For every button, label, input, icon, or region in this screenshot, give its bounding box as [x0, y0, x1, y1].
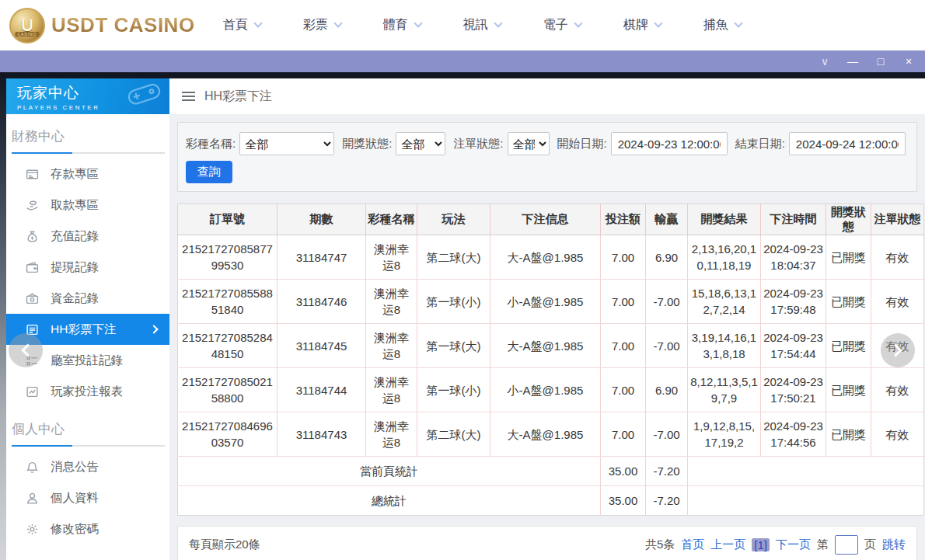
scroll-right-button[interactable]: [881, 333, 915, 367]
table-cell: 31184745: [278, 324, 366, 368]
sidebar-item[interactable]: 消息公告: [6, 451, 169, 482]
sidebar-item-label: 提現記錄: [51, 259, 99, 276]
sidebar-item[interactable]: 玩家投注報表: [6, 376, 169, 407]
sidebar-section-title: 代理中心: [6, 544, 169, 560]
search-button[interactable]: 查詢: [186, 161, 232, 183]
table-cell: 第二球(大): [417, 235, 490, 280]
sidebar-item-label: HH彩票下注: [51, 322, 116, 338]
bell-icon: [26, 461, 39, 474]
window-minimize-icon[interactable]: —: [844, 53, 861, 70]
nav-item[interactable]: 彩票: [303, 17, 341, 33]
column-header: 下注時間: [761, 204, 826, 235]
window-close-icon[interactable]: ×: [900, 53, 917, 70]
top-header: U CASINO USDT CASINO 首頁彩票體育視訊電子棋牌捕魚: [0, 0, 925, 50]
person-icon: [26, 492, 39, 505]
nav-item[interactable]: 體育: [383, 17, 421, 33]
summary-empty-cell: [688, 457, 924, 486]
current-page-badge: [1]: [752, 538, 770, 551]
table-cell: 澳洲幸运8: [366, 412, 417, 457]
column-header: 開獎狀態: [826, 204, 871, 235]
table-cell: 6.90: [646, 235, 688, 280]
table-cell: 7.00: [601, 368, 646, 412]
table-cell: 2,13,16,20,10,11,18,19: [688, 235, 761, 280]
chevron-down-icon: [734, 19, 742, 27]
pagination-bar: 每頁顯示20條 共5条 首页 上一页 [1] 下一页 第 页 跳转: [177, 526, 917, 560]
jump-button[interactable]: 跳转: [882, 537, 906, 552]
table-cell: 8,12,11,3,5,19,7,9: [688, 368, 761, 412]
column-header: 注單狀態: [871, 204, 924, 235]
table-cell: 小-A盤@1.985: [490, 280, 601, 324]
section-underline: [12, 445, 165, 447]
brand-logo[interactable]: U CASINO USDT CASINO: [9, 8, 195, 43]
chevron-right-icon: [149, 325, 158, 333]
sidebar-item[interactable]: 取款專區: [6, 190, 169, 221]
sidebar-item[interactable]: 個人資料: [6, 482, 169, 513]
top-nav: 首頁彩票體育視訊電子棋牌捕魚: [223, 17, 742, 33]
sidebar-item[interactable]: 提現記錄: [6, 252, 169, 283]
chevron-down-icon: [574, 19, 582, 27]
scroll-left-button[interactable]: [9, 333, 43, 367]
nav-item-label: 彩票: [303, 17, 328, 33]
table-cell: 澳洲幸运8: [366, 235, 417, 280]
table-cell: 第二球(大): [417, 412, 490, 457]
order-status-select[interactable]: 全部: [508, 132, 550, 155]
chevron-left-icon: [21, 344, 34, 357]
nav-item[interactable]: 棋牌: [623, 17, 661, 33]
table-cell: 6.90: [646, 368, 688, 412]
start-date-input[interactable]: [611, 132, 728, 155]
draw-status-label: 開獎狀態:: [342, 137, 392, 151]
window-collapse-icon[interactable]: ∨: [816, 53, 833, 70]
table-cell: 已開獎: [826, 412, 871, 457]
sidebar-item[interactable]: 資金記錄: [6, 283, 169, 314]
page-jump-input[interactable]: [835, 535, 858, 555]
table-cell: 3,19,14,16,13,1,8,18: [688, 324, 761, 368]
table-cell: 31184746: [278, 280, 366, 324]
nav-item[interactable]: 視訊: [463, 17, 501, 33]
table-cell: -7.00: [646, 280, 688, 324]
chevron-down-icon: [253, 19, 262, 27]
table-cell: 7.00: [601, 235, 646, 280]
chevron-right-icon: [889, 344, 902, 357]
table-head: 訂單號期數彩種名稱玩法下注信息投注額輸贏開獎結果下注時間開獎狀態注單狀態: [178, 204, 924, 235]
sidebar-item-label: 個人資料: [51, 490, 99, 506]
chevron-down-icon: [414, 19, 422, 27]
section-underline: [12, 152, 165, 154]
sidebar-section-title: 個人中心: [6, 407, 169, 445]
sidebar-item[interactable]: 充值記錄: [6, 221, 169, 252]
nav-item[interactable]: 捕魚: [703, 17, 742, 33]
deposit-icon: [26, 168, 39, 181]
table-cell: 2152172708587799530: [178, 235, 278, 280]
table-cell: 2024-09-23 18:04:37: [761, 235, 826, 280]
table-cell: 有效: [871, 412, 924, 457]
window-maximize-icon[interactable]: □: [872, 53, 889, 70]
chevron-down-icon: [333, 19, 342, 27]
summary-bet-total: 35.00: [601, 486, 646, 516]
table-cell: 已開獎: [826, 368, 871, 412]
recharge-record-icon: [26, 230, 39, 243]
end-date-input[interactable]: [789, 132, 906, 155]
summary-label: 當前頁統計: [178, 457, 601, 486]
lottery-name-select[interactable]: 全部: [239, 132, 334, 155]
sidebar-item[interactable]: 修改密碼: [6, 513, 169, 544]
main-panel: HH彩票下注 彩種名稱: 全部 開獎狀態: 全部 注單狀態:: [169, 78, 925, 560]
table-cell: 31184747: [278, 235, 366, 280]
first-page-link[interactable]: 首页: [681, 537, 704, 552]
prev-page-link[interactable]: 上一页: [710, 537, 745, 552]
order-status-label: 注單狀態:: [453, 137, 503, 151]
menu-toggle-icon[interactable]: [182, 96, 195, 97]
table-cell: 31184744: [278, 368, 366, 412]
brand-name: USDT CASINO: [51, 13, 195, 37]
nav-item[interactable]: 電子: [543, 17, 581, 33]
table-cell: 2152172708558851840: [178, 280, 278, 324]
next-page-link[interactable]: 下一页: [776, 537, 811, 552]
table-cell: 已開獎: [826, 324, 871, 368]
total-count-text: 共5条: [645, 537, 675, 552]
jump-suffix-label: 页: [864, 537, 876, 552]
coin-logo-icon: U CASINO: [9, 8, 45, 43]
table-cell: 7.00: [601, 280, 646, 324]
sidebar-item[interactable]: 存款專區: [6, 158, 169, 190]
draw-status-select[interactable]: 全部: [396, 132, 445, 155]
nav-item[interactable]: 首頁: [223, 17, 261, 33]
table-cell: 澳洲幸运8: [366, 280, 417, 324]
column-header: 輸贏: [646, 204, 688, 235]
